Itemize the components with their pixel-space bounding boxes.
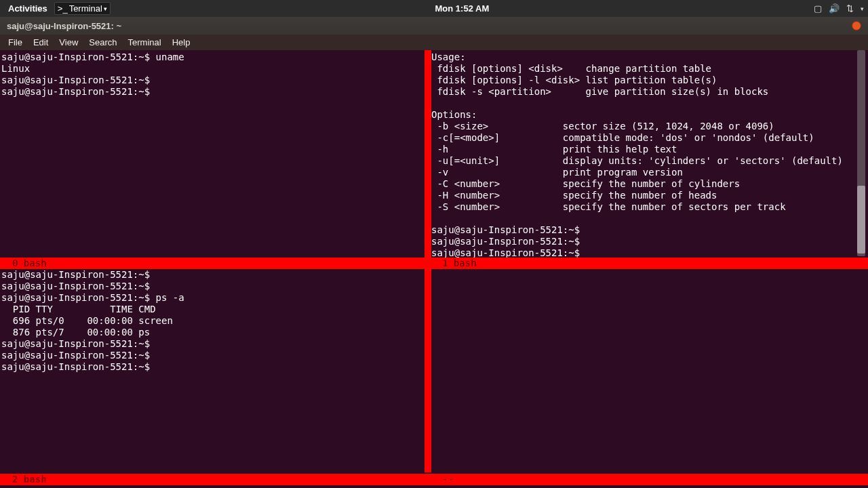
window-title: saju@saju-Inspiron-5521: ~ — [7, 21, 852, 31]
menu-help[interactable]: Help — [167, 36, 196, 49]
pane-bottom-left[interactable]: saju@saju-Inspiron-5521:~$ saju@saju-Ins… — [1, 269, 425, 472]
network-icon[interactable]: ⇅ — [846, 3, 854, 14]
pane-caption-1: 1 bash — [425, 258, 868, 269]
chevron-down-icon: ▾ — [104, 5, 107, 12]
pane-caption-0: 0 bash — [0, 258, 425, 269]
scrollbar-thumb[interactable] — [857, 186, 865, 253]
pane-bottom-right[interactable] — [431, 269, 854, 472]
app-menu-label: Terminal — [69, 3, 102, 14]
vertical-split-top[interactable] — [425, 50, 431, 258]
activities-button[interactable]: Activities — [4, 2, 52, 15]
menu-search[interactable]: Search — [83, 36, 122, 49]
menu-terminal[interactable]: Terminal — [123, 36, 167, 49]
terminal-scrollbar[interactable] — [857, 50, 865, 256]
terminal-icon: >_ — [58, 3, 68, 14]
volume-icon[interactable]: 🔊 — [829, 3, 840, 14]
pane-caption-2: 2 bash — [0, 474, 425, 485]
screen-icon[interactable]: ▢ — [814, 3, 822, 14]
vertical-split-bottom[interactable] — [425, 269, 431, 472]
app-menu-button[interactable]: >_ Terminal ▾ — [54, 2, 111, 15]
window-titlebar[interactable]: saju@saju-Inspiron-5521: ~ — [0, 17, 868, 35]
window-close-button[interactable] — [852, 21, 861, 30]
system-menu-chevron-icon[interactable]: ▾ — [861, 5, 864, 12]
menu-file[interactable]: File — [3, 36, 28, 49]
gnome-topbar: Activities >_ Terminal ▾ Mon 1:52 AM ▢ 🔊… — [0, 0, 868, 17]
menu-edit[interactable]: Edit — [28, 36, 54, 49]
pane-top-right[interactable]: Usage: fdisk [options] <disk> change par… — [431, 52, 854, 258]
terminal-menubar: File Edit View Search Terminal Help — [0, 35, 868, 50]
pane-top-left[interactable]: saju@saju-Inspiron-5521:~$ uname Linux s… — [1, 52, 425, 258]
pane-caption-3: -- — [425, 474, 868, 485]
terminal-area: saju@saju-Inspiron-5521:~$ uname Linux s… — [0, 50, 868, 488]
clock[interactable]: Mon 1:52 AM — [111, 3, 814, 14]
menu-view[interactable]: View — [54, 36, 83, 49]
